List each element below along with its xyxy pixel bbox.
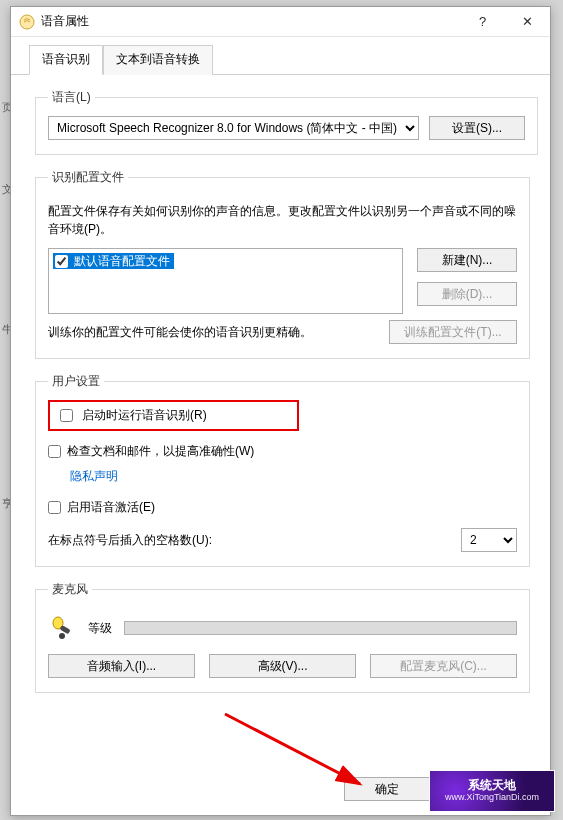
profiles-listbox[interactable]: 默认语音配置文件: [48, 248, 403, 314]
tab-content: 语言(L) Microsoft Speech Recognizer 8.0 fo…: [11, 75, 550, 767]
language-select[interactable]: Microsoft Speech Recognizer 8.0 for Wind…: [48, 116, 419, 140]
microphone-legend: 麦克风: [48, 581, 92, 598]
audio-input-button[interactable]: 音频输入(I)...: [48, 654, 195, 678]
level-label: 等级: [88, 620, 112, 637]
voice-activation-label: 启用语音激活(E): [67, 499, 155, 516]
profile-new-button[interactable]: 新建(N)...: [417, 248, 517, 272]
tab-tts[interactable]: 文本到语音转换: [103, 45, 213, 75]
run-at-startup-label: 启动时运行语音识别(R): [82, 407, 207, 424]
ok-button[interactable]: 确定: [344, 777, 430, 801]
help-button[interactable]: ?: [460, 7, 505, 37]
titlebar: 语音属性 ? ✕: [11, 7, 550, 37]
user-settings-legend: 用户设置: [48, 373, 104, 390]
tab-recognition[interactable]: 语音识别: [29, 45, 103, 75]
profiles-description: 配置文件保存有关如何识别你的声音的信息。更改配置文件以识别另一个声音或不同的噪音…: [48, 202, 517, 238]
privacy-link[interactable]: 隐私声明: [70, 468, 118, 485]
mic-advanced-button[interactable]: 高级(V)...: [209, 654, 356, 678]
microphone-icon: [48, 614, 76, 642]
svg-point-0: [20, 15, 34, 29]
user-settings-group: 用户设置 启动时运行语音识别(R) 检查文档和邮件，以提高准确性(W) 隐私声明…: [35, 373, 530, 567]
train-description: 训练你的配置文件可能会使你的语音识别更精确。: [48, 323, 375, 341]
profile-item-checkbox[interactable]: [55, 255, 68, 268]
tab-strip: 语音识别 文本到语音转换: [11, 37, 550, 75]
train-profile-button: 训练配置文件(T)...: [389, 320, 517, 344]
profile-item-label: 默认语音配置文件: [74, 253, 170, 269]
run-at-startup-checkbox[interactable]: [60, 409, 73, 422]
spaces-select[interactable]: 2: [461, 528, 517, 552]
profiles-legend: 识别配置文件: [48, 169, 128, 186]
watermark-title: 系统天地: [468, 779, 516, 792]
profiles-group: 识别配置文件 配置文件保存有关如何识别你的声音的信息。更改配置文件以识别另一个声…: [35, 169, 530, 359]
window-title: 语音属性: [41, 13, 460, 30]
language-settings-button[interactable]: 设置(S)...: [429, 116, 525, 140]
configure-mic-button: 配置麦克风(C)...: [370, 654, 517, 678]
watermark-url: www.XiTongTianDi.com: [445, 793, 539, 803]
startup-highlight: 启动时运行语音识别(R): [48, 400, 299, 431]
speech-properties-dialog: 语音属性 ? ✕ 语音识别 文本到语音转换 语言(L) Microsoft Sp…: [10, 6, 551, 816]
voice-activation-checkbox[interactable]: [48, 501, 61, 514]
language-legend: 语言(L): [48, 89, 95, 106]
review-docs-checkbox[interactable]: [48, 445, 61, 458]
watermark: 系统天地 www.XiTongTianDi.com: [429, 770, 555, 812]
svg-point-3: [59, 633, 65, 639]
close-button[interactable]: ✕: [505, 7, 550, 37]
mic-level-meter: [124, 621, 517, 635]
review-docs-label: 检查文档和邮件，以提高准确性(W): [67, 443, 254, 460]
speech-icon: [19, 14, 35, 30]
profile-item-default[interactable]: 默认语音配置文件: [53, 253, 174, 269]
profile-delete-button: 删除(D)...: [417, 282, 517, 306]
language-group: 语言(L) Microsoft Speech Recognizer 8.0 fo…: [35, 89, 538, 155]
spaces-label: 在标点符号后插入的空格数(U):: [48, 532, 451, 549]
microphone-group: 麦克风 等级 音频输入(I)... 高级(V)... 配置麦克风(C)...: [35, 581, 530, 693]
